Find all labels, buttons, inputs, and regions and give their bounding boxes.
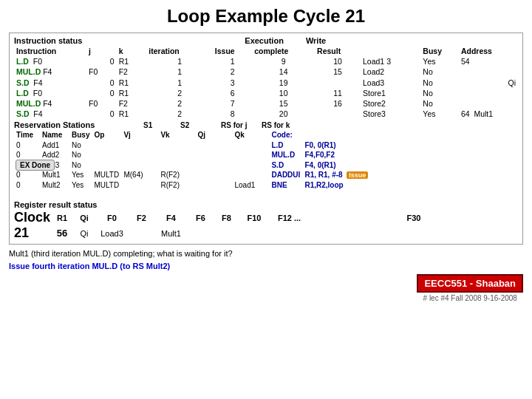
col-r1: R1 [51,210,73,225]
clock-label: Clock [14,210,51,225]
eecc-badge: EECC551 - Shaaban [417,274,523,293]
col-address: Address [459,46,518,56]
f30-val [310,225,518,241]
f12-val [269,225,310,241]
col-f0h: F0 [95,210,129,225]
col-qi: Qi [73,210,95,225]
col-f30h: F30 [310,210,518,225]
rs-col-vk: Vk [158,130,195,140]
col-k: k [117,46,147,56]
rs-col-busy: Busy [69,130,92,140]
rs-col-time: Time [14,130,40,140]
col-f6h: F6 [188,210,214,225]
table-row: MUL.D F4 F0 F2 1 2 14 15 Load2 No [14,66,518,77]
rs-col-codeval [302,130,518,140]
page-title: Loop Example Cycle 21 [9,6,523,27]
register-result-label: Register result status [14,200,97,209]
table-row: L.D F0 0 R1 2 6 10 11 Store1 No [14,88,518,98]
qi-val: Qi [73,225,95,241]
col-f2h: F2 [129,210,154,225]
col-busy: Busy [420,46,459,56]
f6-val [188,225,214,241]
table-row: L.D F0 0 R1 1 1 9 10 Load1 3 Yes 54 [14,56,518,66]
col-issue: Issue [213,46,252,56]
rs-col-vj: Vj [121,130,158,140]
bottom-line1: Mult1 (third iteration MUL.D) completing… [9,248,523,260]
col-instruction: Instruction [14,46,86,56]
footer: EECC551 - Shaaban # lec #4 Fall 2008 9-1… [9,274,523,302]
issue-badge: Issue [347,171,368,179]
instruction-status-label: Instruction status [14,36,82,45]
col-extra [361,46,420,56]
mult1-val: Mult1 [154,225,188,241]
rs-for-j: RS for j [221,121,262,129]
col-complete: complete [252,46,315,56]
rs-col-qj: Qj [195,130,232,140]
col-f8h: F8 [214,210,239,225]
col-f10h: F10 [239,210,269,225]
rs-col-qk: Qk [232,130,269,140]
rs-label: Reservation Stations [14,120,143,129]
table-row: S.D F4 0 R1 1 3 19 Load3 No Qi [14,78,518,88]
col-result: Result [315,46,361,56]
f10-val [239,225,269,241]
f8-val [214,225,239,241]
bottom-text: Mult1 (third iteration MUL.D) completing… [9,248,523,272]
bottom-line2: Issue fourth iteration MUL.D (to RS Mult… [9,260,523,273]
instruction-table: Instruction j k iteration Issue complete… [14,46,518,119]
footer-info: # lec #4 Fall 2008 9-16-2008 [423,294,517,302]
col-f12h: F12 ... [269,210,310,225]
table-row: S.D F4 0 R1 2 8 20 Store3 Yes 64 Mult1 [14,109,518,119]
execution-label: Execution [245,36,284,45]
clock-value: 21 [14,225,51,241]
clock-table: Clock R1 Qi F0 F2 F4 F6 F8 F10 F12 ... F… [14,210,518,241]
f2-val [129,225,154,241]
rs-row: 0 Add2 No MUL.D F4,F0,F2 [14,150,518,160]
r1-value: 56 [51,225,73,241]
table-row: MUL.D F4 F0 F2 2 7 15 16 Store2 No [14,98,518,109]
ex-done-button[interactable]: EX Done [16,160,55,171]
rs-col-op: Op [92,130,121,140]
rs-col-name: Name [40,130,69,140]
rs-for-k: RS for k [262,121,302,129]
rs-s1: S1 [143,121,180,129]
rs-row: 0 Add1 No L.D F0, 0(R1) [14,140,518,151]
rs-row: 0 Mult2 Yes MULTD R(F2) Load1 BNE R1,R2,… [14,180,518,191]
rs-s2: S2 [180,121,221,129]
col-j: j [86,46,117,56]
rs-col-code: Code: [269,130,302,140]
write-label: Write [306,36,326,45]
load3-val: Load3 [95,225,129,241]
col-f4h: F4 [154,210,188,225]
col-iteration: iteration [146,46,212,56]
rs-row: 0 Mult1 Yes MULTD M(64) R(F2) DADDUI R1,… [14,170,518,180]
